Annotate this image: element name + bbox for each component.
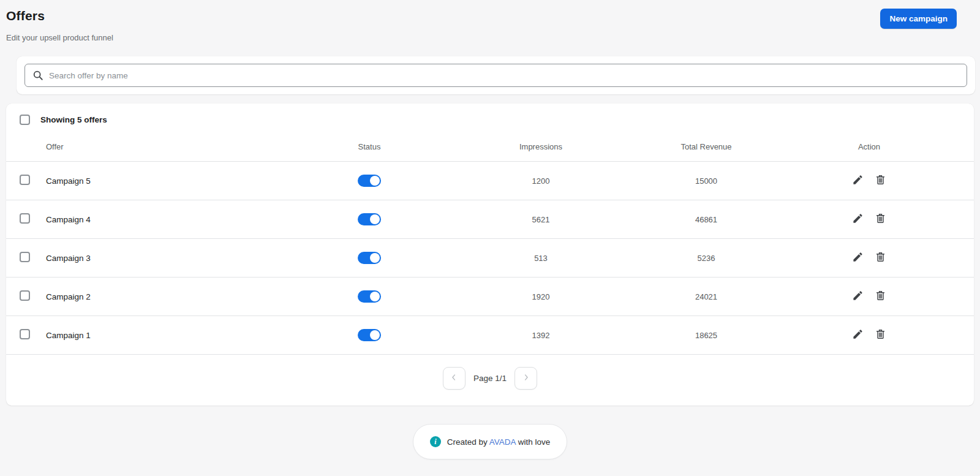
status-toggle[interactable] (358, 175, 381, 187)
column-header-action: Action (789, 142, 974, 151)
status-toggle[interactable] (358, 252, 381, 264)
info-icon: i (430, 436, 441, 447)
search-box[interactable] (24, 64, 967, 87)
offer-name: Campaign 4 (40, 215, 281, 224)
table-row: Campaign 2 1920 24021 (6, 278, 974, 316)
offer-name: Campaign 2 (40, 292, 281, 301)
prev-page-button[interactable] (443, 367, 466, 390)
created-by-prefix: Created by (447, 437, 488, 447)
column-header-status: Status (281, 142, 458, 151)
edit-button[interactable] (852, 213, 864, 226)
impressions-value: 1392 (458, 331, 624, 340)
impressions-value: 1200 (458, 176, 624, 186)
toggle-knob (370, 330, 380, 340)
next-page-button[interactable] (514, 367, 537, 390)
offer-name: Campaign 5 (40, 176, 281, 186)
delete-button[interactable] (875, 328, 886, 342)
table-row: Campaign 3 513 5236 (6, 239, 974, 278)
chevron-right-icon (522, 373, 530, 383)
created-by-suffix: with love (518, 437, 551, 447)
total-revenue-value: 18625 (624, 331, 789, 340)
status-toggle[interactable] (358, 290, 381, 303)
row-checkbox[interactable] (20, 213, 30, 224)
delete-button[interactable] (875, 290, 886, 303)
total-revenue-value: 5236 (624, 254, 789, 263)
impressions-value: 5621 (458, 215, 624, 224)
created-by-text: Created by AVADA with love (447, 437, 550, 447)
table-row: Campaign 5 1200 15000 (6, 162, 974, 200)
pencil-icon (852, 213, 864, 226)
page-title: Offers (6, 9, 45, 23)
trash-icon (875, 251, 886, 265)
toggle-knob (370, 292, 380, 301)
toggle-knob (370, 253, 380, 263)
row-checkbox[interactable] (20, 290, 30, 301)
edit-button[interactable] (852, 290, 864, 303)
edit-button[interactable] (852, 328, 864, 342)
offers-count-label: Showing 5 offers (40, 115, 107, 124)
delete-button[interactable] (875, 213, 886, 226)
search-icon (32, 70, 43, 81)
table-header-row: Offer Status Impressions Total Revenue A… (6, 132, 974, 162)
impressions-value: 513 (458, 254, 624, 263)
trash-icon (875, 328, 886, 342)
total-revenue-value: 24021 (624, 292, 789, 301)
delete-button[interactable] (875, 251, 886, 265)
offers-table-card: Showing 5 offers Offer Status Impression… (6, 104, 974, 406)
search-input[interactable] (49, 71, 959, 80)
row-checkbox[interactable] (20, 329, 30, 339)
edit-button[interactable] (852, 251, 864, 265)
edit-button[interactable] (852, 174, 864, 187)
search-card (17, 56, 975, 94)
toggle-knob (370, 214, 380, 224)
pagination: Page 1/1 (6, 367, 974, 390)
status-toggle[interactable] (358, 213, 381, 225)
offer-name: Campaign 3 (40, 254, 281, 263)
chevron-left-icon (450, 373, 458, 383)
offer-name: Campaign 1 (40, 331, 281, 340)
toggle-knob (370, 176, 380, 186)
page-indicator: Page 1/1 (473, 374, 507, 383)
status-toggle[interactable] (358, 329, 381, 341)
avada-brand-link[interactable]: AVADA (489, 437, 516, 447)
pencil-icon (852, 328, 864, 342)
total-revenue-value: 46861 (624, 215, 789, 224)
delete-button[interactable] (875, 174, 886, 187)
page-header: Offers New campaign (0, 0, 980, 29)
footer: i Created by AVADA with love (0, 424, 980, 459)
trash-icon (875, 213, 886, 226)
trash-icon (875, 290, 886, 303)
table-row: Campaign 1 1392 18625 (6, 316, 974, 355)
created-by-badge: i Created by AVADA with love (413, 424, 567, 459)
column-header-impressions: Impressions (458, 142, 624, 151)
select-all-checkbox[interactable] (20, 115, 30, 125)
impressions-value: 1920 (458, 292, 624, 301)
table-row: Campaign 4 5621 46861 (6, 200, 974, 239)
column-header-total-revenue: Total Revenue (624, 142, 789, 151)
row-checkbox[interactable] (20, 252, 30, 262)
pencil-icon (852, 174, 864, 187)
column-header-offer: Offer (40, 142, 281, 151)
trash-icon (875, 174, 886, 187)
total-revenue-value: 15000 (624, 176, 789, 186)
pencil-icon (852, 290, 864, 303)
new-campaign-button[interactable]: New campaign (880, 9, 957, 29)
table-summary-row: Showing 5 offers (6, 104, 974, 132)
page-subtitle: Edit your upsell product funnel (6, 33, 980, 42)
row-checkbox[interactable] (20, 175, 30, 185)
pencil-icon (852, 251, 864, 265)
